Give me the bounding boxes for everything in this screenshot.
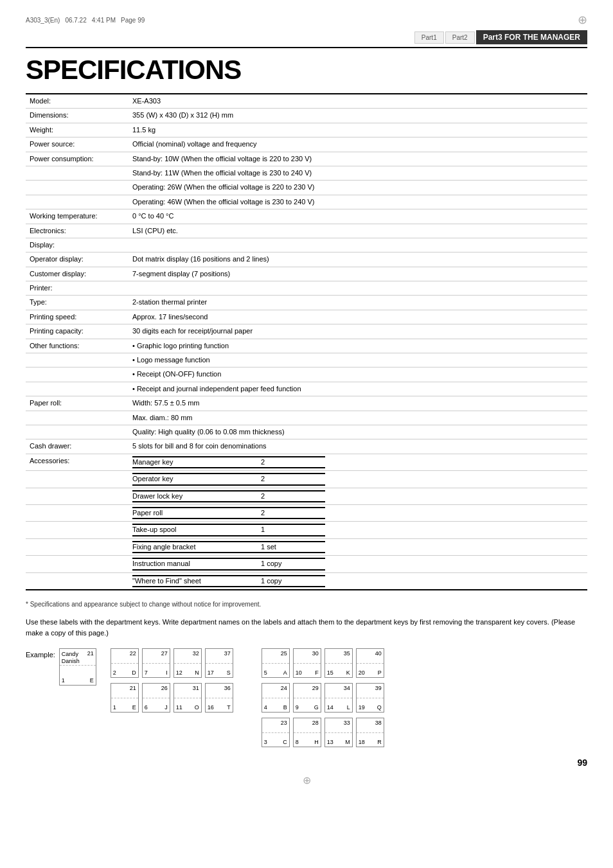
tab-part3[interactable]: Part3 FOR THE MANAGER [476,30,587,44]
key-21: 21 1 E [111,683,139,713]
key-34: 34 14 L [324,683,353,713]
key-38: 38 18 R [356,718,384,747]
spec-row-electronics: Electronics: LSI (CPU) etc. [26,224,587,238]
spec-row-printer: Printer: [26,281,587,296]
spec-row-accessories-4: Paper roll 2 [26,504,587,521]
key-32: 32 12 N [173,648,202,678]
spec-row-other-functions-2: • Logo message function [26,353,587,368]
header-meta: A303_3(En) 06.7.22 4:41 PM Page 99 ⊕ [26,13,587,27]
footnote: * Specifications and appearance subject … [26,601,587,608]
keys-row-3-right: 23 3 C 28 8 H 33 13 M 38 18 R [262,718,384,747]
keys-row-bottom-left: 21 1 E 26 6 J 31 11 O 36 16 T [111,683,233,713]
spec-row-other-functions-1: Other functions: • Graphic logo printing… [26,339,587,353]
spec-row-accessories-5: Take-up spool 1 [26,522,587,538]
spec-row-accessories-3: Drawer lock key 2 [26,488,587,504]
key-37: 37 17 S [205,648,233,678]
example-area: Example: 21 CandyDanish 1 E [26,648,96,686]
page-title: SPECIFICATIONS [26,55,587,85]
key-29: 29 9 G [293,683,321,713]
description: Use these labels with the department key… [26,617,587,639]
example-key-dash-line [60,665,96,666]
spec-row-power-consumption-4: Operating: 46W (When the official voltag… [26,195,587,209]
key-33: 33 13 M [324,718,353,747]
spec-row-paper-roll-2: Max. diam.: 80 mm [26,411,587,425]
spec-label-dimensions: Dimensions: [26,109,129,123]
key-26: 26 6 J [142,683,170,713]
example-key: 21 CandyDanish 1 E [59,648,96,686]
key-31: 31 11 O [173,683,202,713]
tab-part2[interactable]: Part2 [445,31,475,44]
keys-row-2-right: 24 4 B 29 9 G 34 14 L 39 19 Q [262,683,384,713]
spec-row-type: Type: 2-station thermal printer [26,296,587,310]
doc-time: 4:41 PM [92,17,116,24]
doc-date: 06.7.22 [65,17,86,24]
key-labels-section: Example: 21 CandyDanish 1 E 22 2 D 27 7 … [26,648,587,747]
keys-row-1-right: 25 5 A 30 10 F 35 15 K 40 20 P [262,648,384,678]
spec-row-printing-speed: Printing speed: Approx. 17 lines/second [26,310,587,324]
spec-row-weight: Weight: 11.5 kg [26,123,587,137]
spec-row-power-source: Power source: Official (nominal) voltage… [26,137,587,152]
spec-row-customer-display: Customer display: 7-segment display (7 p… [26,267,587,281]
key-25: 25 5 A [262,648,290,678]
spec-row-printing-capacity: Printing capacity: 30 digits each for re… [26,324,587,339]
spec-row-accessories-8: "Where to Find" sheet 1 copy [26,572,587,590]
spec-row-accessories-7: Instruction manual 1 copy [26,556,587,572]
key-36: 36 16 T [205,683,233,713]
spec-row-operator-display: Operator display: Dot matrix display (16… [26,252,587,267]
example-key-bot-right: E [90,677,94,684]
example-label: Example: [26,648,55,659]
page-number: 99 [26,757,587,768]
doc-page: Page 99 [121,17,145,24]
spec-row-paper-roll-3: Quality: High quality (0.06 to 0.08 mm t… [26,425,587,439]
spec-row-display: Display: [26,238,587,252]
doc-id: A303_3(En) [26,17,60,24]
spec-row-dimensions: Dimensions: 355 (W) x 430 (D) x 312 (H) … [26,109,587,123]
keys-row-top-left: 22 2 D 27 7 I 32 12 N 37 17 S [111,648,233,678]
key-28: 28 8 H [293,718,321,747]
example-key-top-num: 21 [87,650,94,657]
spec-row-other-functions-4: • Receipt and journal independent paper … [26,382,587,396]
spec-row-accessories-1: Accessories: Manager key 2 [26,454,587,470]
spec-row-accessories-6: Fixing angle bracket 1 set [26,538,587,555]
key-35: 35 15 K [324,648,353,678]
spec-row-other-functions-3: • Receipt (ON-OFF) function [26,368,587,382]
key-40: 40 20 P [356,648,384,678]
spec-value-model: XE-A303 [129,94,587,109]
example-key-bot-left: 1 [62,677,65,684]
spec-row-power-consumption-3: Operating: 26W (When the official voltag… [26,181,587,195]
spec-label-model: Model: [26,94,129,109]
spec-value-dimensions: 355 (W) x 430 (D) x 312 (H) mm [129,109,587,123]
spec-row-model: Model: XE-A303 [26,94,587,109]
key-24: 24 4 B [262,683,290,713]
key-39: 39 19 Q [356,683,384,713]
spec-row-power-consumption-2: Stand-by: 11W (When the official voltage… [26,166,587,180]
spec-row-working-temp: Working temperature: 0 °C to 40 °C [26,209,587,224]
example-key-label: CandyDanish [62,651,80,665]
spec-row-accessories-2: Operator key 2 [26,471,587,488]
key-30: 30 10 F [293,648,321,678]
left-keys-group: 22 2 D 27 7 I 32 12 N 37 17 S [111,648,233,713]
key-23: 23 3 C [262,718,290,747]
spec-row-paper-roll-1: Paper roll: Width: 57.5 ± 0.5 mm [26,396,587,411]
key-22: 22 2 D [111,648,139,678]
specs-table: Model: XE-A303 Dimensions: 355 (W) x 430… [26,93,587,590]
key-27: 27 7 I [142,648,170,678]
tab-part1[interactable]: Part1 [414,31,444,44]
right-keys-group: 25 5 A 30 10 F 35 15 K 40 20 P [262,648,384,747]
spec-row-cash-drawer: Cash drawer: 5 slots for bill and 8 for … [26,439,587,454]
crosshair-bottom: ⊕ [26,774,587,786]
crosshair-top: ⊕ [578,13,587,27]
spec-row-power-consumption-1: Power consumption: Stand-by: 10W (When t… [26,152,587,166]
part-tabs: Part1 Part2 Part3 FOR THE MANAGER [26,30,587,48]
